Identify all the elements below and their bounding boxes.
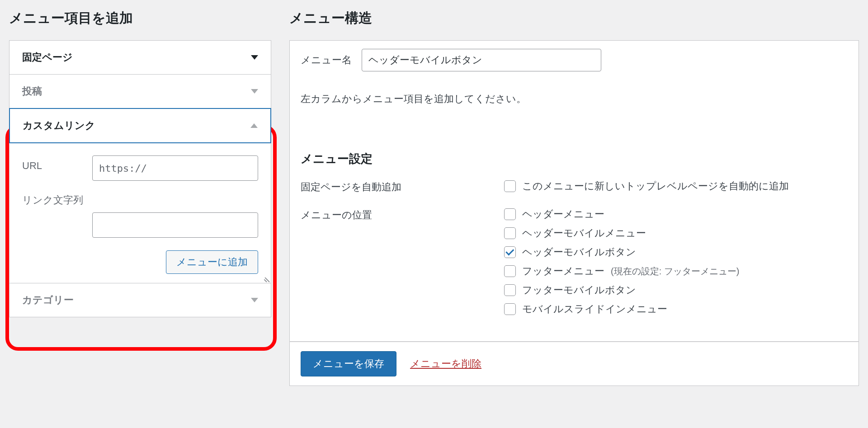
menu-location-checkbox[interactable] [504,303,516,315]
accordion-custom-link-label: カスタムリンク [23,119,95,132]
chevron-down-icon [251,55,258,60]
resize-handle-icon[interactable] [264,276,270,282]
accordion-custom-link-header[interactable]: カスタムリンク [9,108,271,143]
menu-location-checkbox[interactable] [504,227,516,239]
accordion-pages-header[interactable]: 固定ページ [9,41,271,74]
accordion-custom-link-body: URL リンク文字列 メニューに追加 [9,143,271,283]
custom-link-url-input[interactable] [92,155,258,181]
accordion-categories-header[interactable]: カテゴリー [9,283,271,317]
add-menu-items-accordion: 固定ページ 投稿 カスタムリンク URL [9,40,271,317]
menu-name-bar: メニュー名 [289,40,859,80]
menu-location-checkbox[interactable] [504,246,516,258]
custom-link-text-input[interactable] [92,212,258,238]
menu-location-label: ヘッダーモバイルメニュー [522,226,646,240]
menu-location-checkbox[interactable] [504,265,516,277]
custom-link-url-label: URL [22,155,92,172]
menu-structure-box: 左カラムからメニュー項目を追加してください。 メニュー設定 固定ページを自動追加… [289,80,859,342]
accordion-categories-label: カテゴリー [22,293,74,307]
add-menu-item-heading: メニュー項目を追加 [9,9,271,28]
chevron-up-icon [250,123,258,128]
menu-bottom-bar: メニューを保存 メニューを削除 [289,342,859,386]
menu-location-checkbox[interactable] [504,208,516,220]
delete-menu-link[interactable]: メニューを削除 [410,357,481,371]
custom-link-text-label: リンク文字列 [22,193,258,207]
accordion-posts-label: 投稿 [22,85,42,98]
chevron-down-icon [251,298,258,302]
menu-location-label: ヘッダーモバイルボタン [522,245,636,259]
menu-location-label: ヘッダーメニュー [522,207,604,221]
auto-add-pages-option-label: このメニューに新しいトップレベルページを自動的に追加 [522,179,789,193]
menu-location-label: フッターメニュー [522,264,604,278]
accordion-pages-label: 固定ページ [22,51,73,64]
menu-structure-heading: メニュー構造 [289,9,859,28]
chevron-down-icon [251,89,258,94]
menu-location-label: フッターモバイルボタン [522,283,636,297]
menu-locations-label: メニューの位置 [301,207,504,222]
menu-location-label: モバイルスライドインメニュー [522,302,667,316]
menu-name-label: メニュー名 [301,53,352,67]
menu-settings-heading: メニュー設定 [301,151,848,167]
menu-name-input[interactable] [362,49,601,71]
auto-add-pages-label: 固定ページを自動追加 [301,179,504,194]
auto-add-pages-checkbox[interactable] [504,180,516,192]
accordion-posts-header[interactable]: 投稿 [9,75,271,108]
save-menu-button[interactable]: メニューを保存 [301,351,396,376]
menu-location-hint: (現在の設定: フッターメニュー) [611,265,739,277]
menu-location-checkbox[interactable] [504,284,516,296]
add-to-menu-button[interactable]: メニューに追加 [166,250,258,274]
menu-placeholder-text: 左カラムからメニュー項目を追加してください。 [301,92,848,106]
